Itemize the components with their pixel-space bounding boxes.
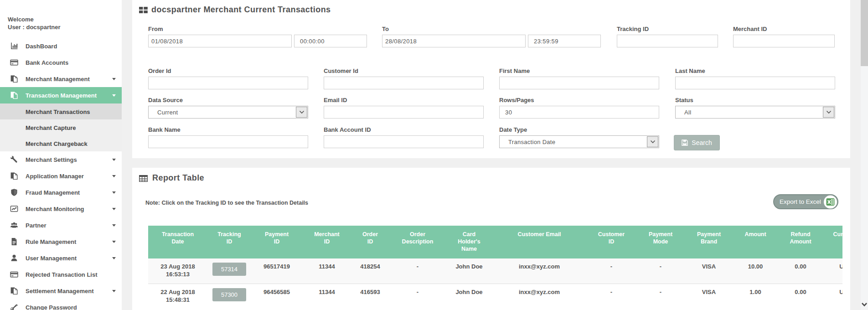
column-header: Refund Amount (778, 226, 823, 258)
chevron-down-icon (112, 224, 116, 227)
date-type-select[interactable]: Transaction Date (499, 135, 659, 148)
bank-name-label: Bank Name (148, 126, 181, 133)
column-header: Amount (733, 226, 778, 258)
cell-amount: 10.00 (733, 258, 778, 284)
tracking-id-button[interactable]: 57300 (212, 288, 246, 301)
copy-icon (10, 91, 18, 99)
cell-order-id: 416593 (351, 284, 389, 310)
sidebar-item-partner[interactable]: Partner (0, 217, 122, 233)
order-id-input[interactable] (148, 77, 308, 89)
sidebar-item-bank-accounts[interactable]: Bank Accounts (0, 54, 122, 71)
cell-merchant-id: 11344 (302, 258, 351, 284)
tracking-id-label: Tracking ID (617, 26, 649, 32)
to-date-input[interactable]: 28/08/2018 (382, 35, 526, 47)
bank-account-id-input[interactable] (324, 135, 484, 148)
cell-transaction-date: 23 Aug 2018 16:53:13 (148, 258, 207, 284)
column-header-label: Order Description (399, 231, 436, 245)
cell-order-id: 418254 (351, 258, 389, 284)
scrollbar[interactable] (861, 0, 868, 310)
chevron-down-icon (112, 78, 116, 80)
sidebar-subitem-label: Merchant Chargeback (26, 140, 88, 147)
sidebar-item-rejected-transaction-list[interactable]: Rejected Transaction List (0, 266, 122, 283)
rows-pages-input[interactable]: 30 (499, 106, 659, 119)
sidebar-item-merchant-monitoring[interactable]: Merchant Monitoring (0, 201, 122, 217)
from-label: From (148, 26, 163, 32)
to-label: To (382, 26, 389, 32)
last-name-input[interactable] (675, 77, 835, 89)
chevron-down-icon (823, 107, 834, 118)
column-header: Payment Brand (685, 226, 733, 258)
order-id-label: Order Id (148, 67, 171, 74)
merchant-id-input[interactable] (733, 35, 835, 47)
credit-card-icon (10, 270, 18, 279)
cell-refund-amount: 0.00 (778, 284, 823, 310)
chevron-down-icon (112, 241, 116, 243)
column-header-label: Refund Amount (788, 231, 813, 245)
from-date-input[interactable]: 01/08/2018 (148, 35, 292, 47)
grid-icon (139, 7, 148, 15)
chevron-down-icon (112, 94, 116, 97)
sidebar-item-fraud-management[interactable]: Fraud Management (0, 184, 122, 201)
sidebar-item-user-management[interactable]: User Management (0, 250, 122, 266)
sidebar-item-label: Merchant Management (26, 76, 90, 83)
cell-order-description: - (389, 284, 446, 310)
export-to-excel-button[interactable]: Export to Excel (773, 194, 838, 209)
cell-payment-id: 96456585 (251, 284, 302, 310)
sidebar-item-merchant-management[interactable]: Merchant Management (0, 71, 122, 87)
credit-card-icon (10, 58, 18, 67)
tracking-id-input[interactable] (617, 35, 718, 47)
to-time-input[interactable]: 23:59:59 (528, 35, 601, 47)
sidebar-subitem-merchant-chargeback[interactable]: Merchant Chargeback (0, 135, 122, 151)
sidebar-item-rule-management[interactable]: Rule Management (0, 233, 122, 250)
scrollbar-down-arrow-icon[interactable] (861, 300, 868, 309)
cell-payment-id: 96517419 (251, 258, 302, 284)
shield-icon (10, 188, 18, 196)
sidebar-item-settlement-management[interactable]: Settlement Management (0, 283, 122, 299)
scrollbar-thumb[interactable] (861, 0, 868, 66)
sidebar-item-change-password[interactable]: Change Password (0, 299, 122, 310)
sidebar-item-merchant-settings[interactable]: Merchant Settings (0, 151, 122, 168)
table-header-row: Transaction Date Tracking ID Payment ID … (148, 226, 842, 258)
chevron-down-icon (112, 208, 116, 210)
sidebar-item-dashboard[interactable]: DashBoard (0, 38, 122, 54)
status-select[interactable]: All (675, 106, 835, 119)
copy-icon (10, 287, 18, 295)
customer-id-input[interactable] (324, 77, 484, 89)
transaction-time: 15:48:31 (151, 296, 205, 304)
email-id-label: Email ID (324, 97, 347, 103)
column-header-label: Amount (741, 231, 770, 238)
cell-customer-id: - (587, 284, 636, 310)
first-name-input[interactable] (499, 77, 659, 89)
cell-card-holder: John Doe (446, 258, 492, 284)
column-header-label: Payment ID (263, 231, 290, 245)
last-name-label: Last Name (675, 67, 705, 74)
customer-id-label: Customer Id (324, 67, 358, 74)
sidebar-item-label: Settlement Management (26, 288, 94, 294)
cell-customer-email: inxx@xyz.com (492, 284, 587, 310)
copy-icon (10, 75, 18, 83)
table-row: 22 Aug 2018 15:48:31 57300 96456585 1134… (148, 284, 842, 310)
sidebar-subitem-merchant-transactions[interactable]: Merchant Transactions (0, 103, 122, 119)
sidebar-item-transaction-management[interactable]: Transaction Management (0, 87, 122, 103)
bank-name-input[interactable] (148, 135, 308, 148)
email-id-input[interactable] (324, 106, 484, 119)
sidebar-subitem-merchant-capture[interactable]: Merchant Capture (0, 119, 122, 135)
sidebar-item-application-manager[interactable]: Application Manager (0, 168, 122, 184)
transaction-date: 22 Aug 2018 (151, 288, 205, 296)
column-header-label: Transaction Date (159, 231, 196, 245)
tracking-id-button[interactable]: 57314 (212, 263, 246, 276)
cell-payment-brand: VISA (685, 284, 733, 310)
cell-payment-mode: - (636, 258, 685, 284)
column-header: Customer ID (587, 226, 636, 258)
column-header: Card Holder's Name (446, 226, 492, 258)
from-time-input[interactable]: 00:00:00 (294, 35, 367, 47)
sidebar-menu: DashBoard Bank Accounts Merchant Managem… (0, 38, 122, 310)
search-button[interactable]: Search (674, 135, 720, 150)
excel-icon (824, 195, 837, 208)
wrench-icon (10, 155, 18, 164)
data-source-select[interactable]: Current (148, 106, 308, 119)
chevron-down-icon (296, 107, 307, 118)
date-type-value: Transaction Date (508, 139, 555, 145)
column-header-label: Payment Brand (695, 231, 723, 245)
cell-currency: USD (823, 258, 842, 284)
